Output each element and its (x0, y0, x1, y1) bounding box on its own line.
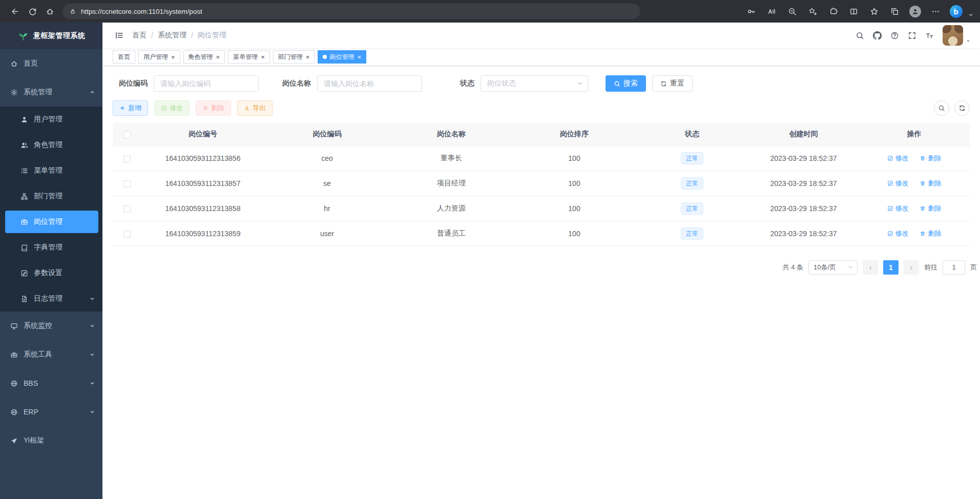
close-icon[interactable]: × (216, 54, 220, 60)
page-size-select[interactable]: 10条/页 (808, 260, 858, 275)
sidebar: 意框架管理系统 首页 系统管理 用户管理 (0, 23, 102, 499)
collections-button[interactable] (886, 3, 903, 19)
row-delete-button[interactable]: 删除 (920, 204, 941, 213)
sidebar-item-system-monitoring[interactable]: 系统监控 (0, 311, 102, 340)
tab-home[interactable]: 首页 (113, 50, 135, 64)
export-button[interactable]: 导出 (237, 100, 273, 116)
delete-button[interactable]: 删除 (196, 100, 231, 116)
table-row[interactable]: 1641030593112313858 hr 人力资源 100 正常 2023-… (113, 196, 970, 221)
row-checkbox[interactable] (123, 205, 131, 213)
row-checkbox[interactable] (123, 180, 131, 188)
tab-menu-management[interactable]: 菜单管理× (228, 50, 270, 64)
select-all-checkbox[interactable] (123, 131, 131, 138)
read-aloud-button[interactable] (763, 3, 780, 19)
tab-post-management[interactable]: 岗位管理× (318, 50, 366, 64)
row-edit-button[interactable]: 修改 (887, 229, 909, 238)
add-favorite-button[interactable] (804, 3, 821, 19)
status-select[interactable]: 岗位状态 (481, 75, 588, 92)
sidebar-item-parameter-settings[interactable]: 参数设置 (0, 260, 102, 286)
row-edit-button[interactable]: 修改 (887, 154, 909, 163)
toggle-search-button[interactable] (934, 100, 949, 116)
favorites-bar-button[interactable] (865, 3, 883, 19)
app-logo[interactable]: 意框架管理系统 (0, 23, 102, 49)
toolbar-chevron-icon[interactable] (968, 12, 974, 18)
sidebar-item-erp[interactable]: ERP (0, 398, 102, 426)
header-post-id: 岗位编号 (141, 123, 264, 145)
sidebar-item-post-management[interactable]: 岗位管理 (5, 211, 98, 233)
next-page-button[interactable]: › (904, 260, 919, 275)
fullscreen-button[interactable] (908, 31, 916, 40)
browser-back-button[interactable] (6, 3, 24, 19)
sidebar-item-log-management[interactable]: 日志管理 (0, 286, 102, 311)
row-checkbox[interactable] (123, 155, 131, 162)
password-key-button[interactable] (742, 3, 760, 19)
close-icon[interactable]: × (306, 54, 310, 60)
search-icon (856, 31, 864, 40)
menu-label: 菜单管理 (34, 166, 62, 175)
page-number-button[interactable]: 1 (883, 260, 899, 275)
help-button[interactable] (890, 31, 899, 40)
trash-icon (920, 180, 926, 186)
sidebar-item-system-tools[interactable]: 系统工具 (0, 340, 102, 369)
row-edit-button[interactable]: 修改 (887, 179, 909, 188)
menu-label: 首页 (24, 59, 38, 68)
lock-icon (69, 8, 76, 15)
tab-label: 角色管理 (189, 53, 213, 61)
sidebar-item-yi-framework[interactable]: Yi框架 (0, 426, 102, 455)
close-icon[interactable]: × (171, 54, 175, 60)
row-edit-button[interactable]: 修改 (887, 204, 909, 213)
sidebar-item-dictionary-management[interactable]: 字典管理 (0, 235, 102, 260)
post-code-input[interactable] (154, 75, 259, 92)
header-search-button[interactable] (856, 31, 864, 40)
font-size-button[interactable] (925, 31, 934, 40)
monitor-icon (10, 322, 18, 330)
sidebar-fold-button[interactable] (115, 31, 124, 40)
row-delete-button[interactable]: 删除 (920, 229, 941, 238)
user-avatar-menu[interactable] (943, 25, 971, 46)
sidebar-item-bbs[interactable]: BBS (0, 369, 102, 398)
address-bar[interactable]: https://ccnetcore.com:1101/system/post (62, 4, 640, 19)
edit-button[interactable]: 修改 (154, 100, 190, 116)
split-screen-button[interactable] (845, 3, 862, 19)
sidebar-item-system-management[interactable]: 系统管理 (0, 78, 102, 107)
refresh-table-button[interactable] (954, 100, 970, 116)
close-icon[interactable]: × (357, 54, 361, 60)
browser-refresh-button[interactable] (24, 3, 41, 19)
header-created-time: 创建时间 (748, 123, 859, 145)
github-button[interactable] (873, 31, 882, 40)
breadcrumb-system-management: 系统管理 (158, 31, 186, 40)
sidebar-menu: 首页 系统管理 用户管理 角色管理 (0, 49, 102, 499)
browser-home-button[interactable] (41, 3, 58, 19)
row-checkbox[interactable] (123, 231, 131, 238)
tab-user-management[interactable]: 用户管理× (138, 50, 180, 64)
sidebar-item-home[interactable]: 首页 (0, 49, 102, 78)
post-name-input[interactable] (317, 75, 422, 92)
tab-label: 部门管理 (278, 53, 303, 61)
goto-page-input[interactable] (943, 260, 965, 275)
add-button[interactable]: 新增 (113, 100, 148, 116)
table-row[interactable]: 1641030593112313859 user 普通员工 100 正常 202… (113, 221, 970, 246)
table-row[interactable]: 1641030593112313856 ceo 董事长 100 正常 2023-… (113, 145, 970, 171)
reset-button[interactable]: 重置 (652, 75, 693, 92)
extensions-button[interactable] (824, 3, 842, 19)
search-button[interactable]: 搜索 (606, 75, 646, 92)
sidebar-item-user-management[interactable]: 用户管理 (0, 107, 102, 132)
tab-department-management[interactable]: 部门管理× (273, 50, 315, 64)
row-delete-button[interactable]: 删除 (920, 179, 941, 188)
browser-profile-button[interactable] (906, 3, 924, 19)
sidebar-item-department-management[interactable]: 部门管理 (0, 183, 102, 209)
table-row[interactable]: 1641030593112313857 se 项目经理 100 正常 2023-… (113, 171, 970, 196)
bing-chat-button[interactable]: b (947, 3, 965, 19)
close-icon[interactable]: × (261, 54, 265, 60)
cell-post-id: 1641030593112313857 (141, 171, 264, 196)
sidebar-item-role-management[interactable]: 角色管理 (0, 132, 102, 158)
prev-page-button[interactable]: ‹ (863, 260, 878, 275)
browser-menu-button[interactable] (927, 3, 944, 19)
trash-icon (202, 105, 208, 111)
search-icon (614, 80, 620, 87)
tab-role-management[interactable]: 角色管理× (183, 50, 225, 64)
breadcrumb-home[interactable]: 首页 (132, 31, 147, 40)
zoom-button[interactable] (783, 3, 801, 19)
sidebar-item-menu-management[interactable]: 菜单管理 (0, 158, 102, 183)
row-delete-button[interactable]: 删除 (920, 154, 941, 163)
